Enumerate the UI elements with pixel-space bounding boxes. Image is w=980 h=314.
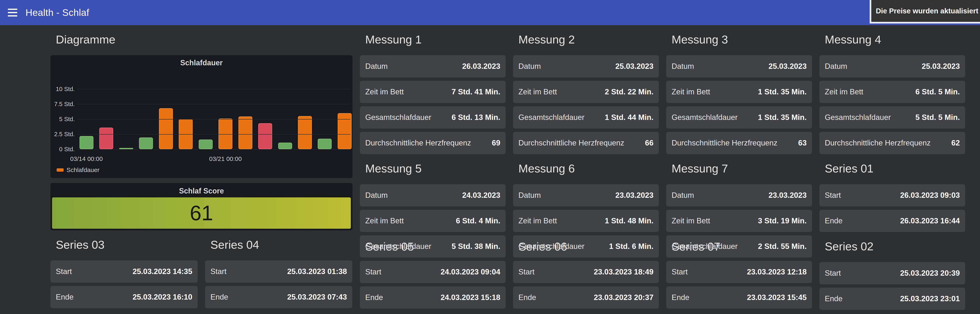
row-value: 3 Std. 19 Min. [758,217,807,225]
entity-row-ende[interactable]: Ende 25.03.2023 07:43 [205,286,352,308]
entity-row-zeit-im-bett[interactable]: Zeit im Bett 6 Std. 4 Min. [360,210,506,232]
bar-orange[interactable] [298,116,312,149]
bar-green[interactable] [318,139,332,149]
row-value: 5 Std. 38 Min. [452,242,500,251]
section-title-diagramme: Diagramme [51,30,352,49]
score-title: Schlaf Score [51,186,352,195]
bar-green[interactable] [278,143,292,149]
subcolumn-series03: Series 03 Start 25.03.2023 14:35 Ende 25… [51,230,198,312]
entity-row-ende[interactable]: Ende 26.03.2023 16:44 [819,210,965,232]
entity-row-zeit-im-bett[interactable]: Zeit im Bett 3 Std. 19 Min. [666,210,812,232]
legend-label: Schlafdauer [67,166,99,174]
row-value: 24.03.2023 09:04 [441,268,500,276]
row-value: 66 [645,139,654,147]
entity-row-start[interactable]: Start 25.03.2023 20:39 [819,262,965,284]
entity-row-start[interactable]: Start 26.03.2023 09:03 [819,184,965,206]
row-label: Ende [56,293,73,301]
entity-row-start[interactable]: Start 23.03.2023 12:18 [666,261,812,283]
entity-row-datum[interactable]: Datum 24.03.2023 [360,184,506,206]
row-label: Datum [825,62,847,71]
entity-row-datum[interactable]: Datum 25.03.2023 [666,55,812,78]
chart-bars [80,108,352,149]
page-title: Health - Schlaf [25,7,89,18]
gridline [77,104,350,104]
row-value: 25.03.2023 [616,62,654,71]
entity-row-start[interactable]: Start 23.03.2023 18:49 [513,261,659,283]
entity-row-herzfrequenz[interactable]: Durchschnittliche Herzfrequenz 62 [819,132,965,154]
entity-row-zeit-im-bett[interactable]: Zeit im Bett 2 Std. 22 Min. [513,81,659,103]
entity-row-ende[interactable]: Ende 23.03.2023 20:37 [513,286,659,309]
column-messung2: Messung 2 Datum 25.03.2023 Zeit im Bett … [513,25,659,313]
chart-legend[interactable]: Schlafdauer [57,166,99,174]
row-value: 6 Std. 13 Min. [452,113,500,122]
section-title-messung1: Messung 1 [360,30,506,49]
row-value: 7 Std. 41 Min. [452,88,500,96]
bar-green[interactable] [139,137,153,149]
bar-orange[interactable] [338,113,352,149]
bar-red[interactable] [99,128,113,149]
gridline [77,119,350,120]
bar-orange[interactable] [218,118,232,149]
entity-row-herzfrequenz[interactable]: Durchschnittliche Herzfrequenz 69 [360,132,506,154]
entity-row-gesamtschlafdauer[interactable]: Gesamtschlafdauer 1 Std. 35 Min. [666,106,812,129]
row-label: Start [825,269,841,277]
row-label: Datum [519,191,541,200]
y-axis-tick-label: 5 Std. [51,115,75,123]
entity-row-start[interactable]: Start 24.03.2023 09:04 [360,261,506,283]
bar-orange[interactable] [159,108,173,149]
row-label: Datum [671,62,694,71]
entity-row-gesamtschlafdauer-overlapped[interactable]: Gesamtschlafdauer 5 Std. 38 Min. Series … [360,235,506,258]
entity-row-herzfrequenz[interactable]: Durchschnittliche Herzfrequenz 63 [666,132,812,154]
bar-orange[interactable] [239,116,252,149]
gridline [77,134,350,134]
row-label: Ende [210,293,228,301]
entity-row-zeit-im-bett[interactable]: Zeit im Bett 6 Std. 5 Min. [819,81,965,103]
row-label: Start [671,268,688,276]
entity-row-gesamtschlafdauer[interactable]: Gesamtschlafdauer 1 Std. 44 Min. [513,106,659,129]
x-axis-tick-label: 03/21 00:00 [209,155,242,163]
entity-row-datum[interactable]: Datum 23.03.2023 [666,184,812,206]
y-axis-tick-label: 7.5 Std. [51,100,75,108]
series-03-04-wrapper: Series 03 Start 25.03.2023 14:35 Ende 25… [51,230,352,312]
entity-row-datum[interactable]: Datum 23.03.2023 [513,184,659,206]
section-title-messung6: Messung 6 [513,159,659,178]
entity-row-ende[interactable]: Ende 23.03.2023 15:45 [666,286,812,309]
row-label: Ende [519,293,536,302]
entity-row-gesamtschlafdauer[interactable]: Gesamtschlafdauer 5 Std. 5 Min. [819,106,965,129]
bar-red[interactable] [258,123,272,149]
section-title-messung5: Messung 5 [360,159,506,178]
entity-row-zeit-im-bett[interactable]: Zeit im Bett 1 Std. 35 Min. [666,81,812,103]
row-value: 23.03.2023 15:45 [747,293,807,302]
entity-row-gesamtschlafdauer-overlapped[interactable]: Gesamtschlafdauer 1 Std. 6 Min. Series 0… [513,235,659,258]
entity-row-herzfrequenz[interactable]: Durchschnittliche Herzfrequenz 66 [513,132,659,154]
section-title-messung3: Messung 3 [666,30,812,49]
x-axis-tick-label: 03/14 00:00 [70,155,103,163]
bar-green[interactable] [199,139,213,149]
entity-row-ende[interactable]: Ende 25.03.2023 23:01 [819,288,965,310]
entity-row-ende[interactable]: Ende 25.03.2023 16:10 [51,286,198,308]
bar-green[interactable] [80,136,94,149]
entity-row-zeit-im-bett[interactable]: Zeit im Bett 7 Std. 41 Min. [360,81,506,103]
row-value: 25.03.2023 [922,62,960,71]
entity-row-datum[interactable]: Datum 25.03.2023 [819,55,965,78]
entity-row-zeit-im-bett[interactable]: Zeit im Bett 1 Std. 48 Min. [513,210,659,232]
entity-row-gesamtschlafdauer[interactable]: Gesamtschlafdauer 6 Std. 13 Min. [360,106,506,129]
row-label: Gesamtschlafdauer [671,113,738,122]
row-label: Zeit im Bett [519,88,557,96]
hamburger-menu-icon[interactable] [8,9,17,16]
row-value: 2 Std. 55 Min. [758,242,807,251]
section-title-series01: Series 01 [819,159,965,178]
row-value: 26.03.2023 16:44 [900,217,960,225]
notification-toast[interactable]: Die Preise wurden aktualisiert [870,0,980,24]
entity-row-datum[interactable]: Datum 25.03.2023 [513,55,659,78]
entity-row-datum[interactable]: Datum 26.03.2023 [360,55,506,78]
score-card[interactable]: Schlaf Score 61 [51,183,352,230]
entity-row-start[interactable]: Start 25.03.2023 01:38 [205,260,352,283]
row-label: Ende [365,293,383,302]
entity-row-ende[interactable]: Ende 24.03.2023 15:18 [360,286,506,309]
row-label: Zeit im Bett [671,217,710,225]
entity-row-gesamtschlafdauer-overlapped[interactable]: Gesamtschlafdauer 2 Std. 55 Min. Series … [666,235,812,258]
chart-card[interactable]: Schlafdauer Schlafdauer 10 Std.7.5 Std.5… [51,55,352,178]
entity-row-start[interactable]: Start 25.03.2023 14:35 [51,260,198,283]
chart-title: Schlafdauer [51,59,352,67]
